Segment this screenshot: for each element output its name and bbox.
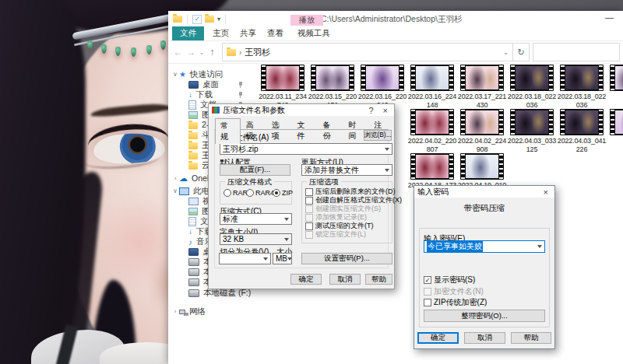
tab-view[interactable]: 查看	[262, 26, 289, 40]
forward-icon[interactable]: →	[185, 47, 198, 58]
tab-video-tools[interactable]: 视频工具	[292, 26, 336, 40]
checkbox-icon: ✓	[305, 231, 313, 239]
file-item[interactable]: 2022.03.15_220151	[308, 65, 357, 109]
checkbox-icon: ✓	[424, 288, 431, 296]
file-item[interactable]: 2022.04.03_033125	[507, 109, 557, 153]
close-icon[interactable]: ×	[380, 105, 391, 116]
sidebar-section-quick-access[interactable]: ∨ ★ 快速访问	[168, 69, 254, 79]
history-chevron-icon[interactable]: ⌄	[198, 49, 206, 56]
combo-chevron-icon[interactable]	[385, 148, 389, 151]
disk-icon	[188, 258, 199, 266]
tab-share[interactable]: 共享	[234, 26, 262, 40]
archive-name-combo[interactable]: 王羽杉.zip	[220, 143, 392, 155]
refresh-icon[interactable]: ↻	[513, 43, 530, 61]
folder-icon[interactable]	[173, 16, 182, 23]
disk-icon	[188, 289, 199, 297]
password-input[interactable]: 今已享事如美姣	[424, 240, 545, 253]
organize-passwords-button[interactable]: 整理密码(O)...	[424, 310, 545, 322]
folder-icon[interactable]	[205, 16, 214, 23]
pin-icon	[237, 91, 244, 98]
file-item[interactable]: 2022.04.03_041226	[557, 109, 607, 153]
document-icon	[188, 217, 196, 226]
cancel-button[interactable]: 取消	[464, 332, 505, 344]
sidebar-item-desktop[interactable]: 桌面	[168, 79, 254, 89]
file-item[interactable]: 2022.03.16_220046	[357, 65, 407, 109]
browse-button[interactable]: 浏览(B)...	[364, 130, 392, 141]
close-icon[interactable]: ×	[540, 187, 551, 198]
archive-format-group: 压缩文件格式 RAR RAR4 ZIP	[220, 181, 292, 205]
combo-chevron-icon[interactable]	[263, 257, 268, 261]
file-item[interactable]: 2022.03.16_224148	[407, 65, 457, 109]
pin-icon	[237, 81, 244, 88]
desktop-icon	[188, 248, 199, 256]
radio-icon	[246, 189, 254, 197]
breadcrumb-folder[interactable]: 王羽杉	[245, 47, 270, 58]
chevron-expanded-icon[interactable]: ∨	[171, 71, 179, 78]
file-item[interactable]: 2022.04.02_220807	[407, 109, 457, 153]
dictionary-size-combo[interactable]: 32 KB	[220, 233, 292, 245]
combo-chevron-icon[interactable]	[287, 257, 292, 261]
cancel-button[interactable]: 取消	[329, 274, 361, 285]
sidebar-item-downloads[interactable]: ↓ 下载	[168, 89, 254, 100]
video-thumbnail	[510, 109, 554, 135]
split-unit-combo[interactable]: MB	[273, 253, 292, 264]
checkbox-lock-archive: ✓ 锁定压缩文件(L)	[305, 229, 366, 240]
qat-chevron-icon[interactable]: ▾	[217, 16, 220, 23]
file-item[interactable]: 2022	[607, 65, 623, 101]
document-icon	[188, 100, 196, 110]
ok-button[interactable]: 确定	[417, 332, 459, 344]
radio-icon	[224, 189, 231, 197]
radio-zip[interactable]: ZIP	[273, 189, 293, 197]
back-icon[interactable]: ←	[171, 47, 185, 58]
combo-chevron-icon[interactable]	[385, 169, 389, 172]
tab-home[interactable]: 主页	[207, 26, 234, 40]
checkbox-icon: ✓	[424, 299, 431, 306]
sidebar-section-network[interactable]: › 网络	[168, 306, 254, 317]
archive-name-params-dialog: 压缩文件名和参数 ? × 常规 高级 选项 文件 备份 时间 注释 压缩文件名(…	[208, 103, 395, 289]
file-item[interactable]: 2022.03.11_234740	[258, 65, 308, 109]
checkbox-checked-icon: ✓	[424, 276, 431, 284]
up-icon[interactable]: ↑	[206, 47, 219, 58]
chevron-collapsed-icon[interactable]: ›	[171, 175, 179, 182]
checkbox-encrypt-filenames: ✓ 加密文件名(N)	[424, 286, 484, 297]
chevron-expanded-icon[interactable]: ∨	[171, 187, 179, 194]
compression-method-combo[interactable]: 标准	[220, 213, 292, 225]
ok-button[interactable]: 确定	[290, 274, 322, 285]
help-button[interactable]: 帮助	[365, 274, 392, 285]
breadcrumb[interactable]: › 王羽杉 ⌄	[222, 43, 513, 61]
combo-chevron-icon[interactable]	[284, 238, 289, 241]
video-thumbnail	[311, 65, 354, 91]
help-icon[interactable]: ?	[365, 105, 376, 116]
split-size-combo[interactable]	[219, 253, 271, 264]
file-item[interactable]: 2022	[607, 109, 623, 145]
folder-icon	[188, 152, 198, 159]
file-item[interactable]: 2022.03.18_022036	[557, 65, 607, 109]
search-input[interactable]	[533, 44, 619, 61]
minimize-button[interactable]: —	[600, 12, 618, 22]
update-mode-combo[interactable]: 添加并替换文件	[301, 164, 392, 176]
radio-rar4[interactable]: RAR4	[246, 189, 274, 197]
profiles-button[interactable]: 配置(F)...	[220, 164, 290, 176]
address-chevron-icon[interactable]: ⌄	[503, 49, 509, 56]
checkbox-zip-legacy-encryption[interactable]: ✓ ZIP传统加密(Z)	[424, 297, 487, 308]
checkbox-show-password[interactable]: ✓ 显示密码(S)	[424, 275, 475, 285]
chevron-collapsed-icon[interactable]: ›	[171, 308, 179, 315]
video-thumbnail	[410, 65, 454, 91]
video-thumbnail	[560, 109, 604, 135]
file-item[interactable]: 2022.03.17_221430	[457, 65, 507, 109]
combo-chevron-icon[interactable]	[537, 245, 542, 248]
checkbox-icon: ✓	[305, 188, 313, 196]
dialog-title-bar: 压缩文件名和参数 ? ×	[209, 104, 394, 116]
radio-rar[interactable]: RAR	[224, 189, 248, 197]
crumb-separator-icon: ›	[239, 48, 241, 57]
help-button[interactable]: 帮助	[511, 332, 551, 344]
tab-general[interactable]: 常规	[215, 118, 241, 144]
combo-chevron-icon[interactable]	[284, 218, 289, 221]
password-dialog-header: 带密码压缩	[414, 203, 554, 214]
file-item[interactable]: 2022.04.02_224908	[457, 109, 507, 153]
tab-file[interactable]: 文件	[172, 26, 204, 40]
set-password-button[interactable]: 设置密码(P)...	[301, 253, 392, 264]
contextual-tab-play[interactable]: 播放	[290, 15, 323, 26]
file-item[interactable]: 2022.03.18_022036	[507, 65, 557, 109]
checkmark-icon[interactable]: ✓	[192, 15, 202, 24]
